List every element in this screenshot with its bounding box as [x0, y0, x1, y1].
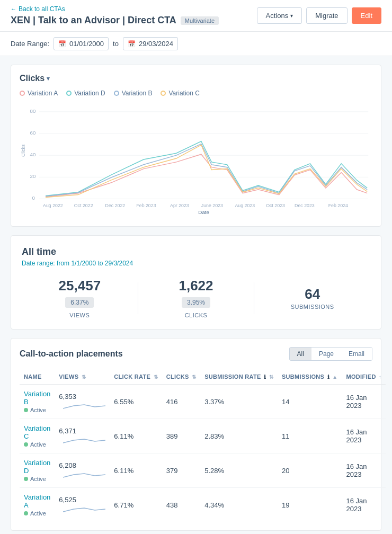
svg-text:Apr 2023: Apr 2023	[170, 203, 189, 208]
date-to-input[interactable]: 📅 29/03/2024	[123, 37, 178, 50]
svg-text:Aug 2023: Aug 2023	[235, 203, 255, 208]
legend-label-c: Variation C	[168, 90, 199, 97]
calendar-icon-from: 📅	[58, 40, 66, 48]
legend-dot-a	[20, 91, 25, 96]
back-link[interactable]: Back to all CTAs	[11, 5, 219, 13]
date-range-bar: Date Range: 📅 01/01/2000 to 📅 29/03/2024	[0, 32, 392, 56]
svg-text:80: 80	[30, 108, 36, 114]
col-submission-rate[interactable]: SUBMISSION RATE ℹ ⇅	[200, 369, 278, 385]
chart-section: Clicks Variation A Variation D Variation…	[11, 65, 381, 227]
chart-legend: Variation A Variation D Variation B Vari…	[20, 90, 372, 97]
cell-submissions: 11	[278, 419, 342, 453]
placements-title: Call-to-action placements	[20, 349, 123, 359]
date-from-input[interactable]: 📅 01/01/2000	[54, 37, 109, 50]
cell-name: Variation D Active	[20, 453, 55, 488]
legend-label-d: Variation D	[74, 90, 105, 97]
stat-clicks: 1,622 3.95% CLICKS	[138, 278, 254, 318]
stats-title: All time	[22, 246, 370, 257]
placements-section: Call-to-action placements All Page Email…	[11, 338, 381, 531]
tab-group: All Page Email	[289, 347, 372, 361]
col-submissions[interactable]: SUBMISSIONS ℹ ▲	[278, 369, 342, 385]
multivariate-badge: Multivariate	[181, 16, 219, 25]
cell-name: Variation C Active	[20, 419, 55, 453]
stats-subtitle: Date range: from 1/1/2000 to 29/3/2024	[22, 260, 370, 267]
col-clicks[interactable]: CLICKS ⇅	[162, 369, 200, 385]
date-from-value: 01/01/2000	[69, 40, 104, 48]
col-views[interactable]: VIEWS ⇅	[55, 369, 110, 385]
cell-modified: 16 Jan 2023	[342, 385, 386, 419]
sparkline	[63, 504, 105, 514]
chart-container: 80 60 40 20 0 Aug 2	[20, 101, 372, 218]
cell-submissions: 14	[278, 385, 342, 419]
sparkline	[63, 400, 105, 411]
svg-text:40: 40	[30, 152, 36, 157]
cell-submissions: 19	[278, 488, 342, 522]
col-modified[interactable]: MODIFIED ↑	[342, 369, 386, 385]
cell-modified: 16 Jan 2023	[342, 419, 386, 453]
col-click-rate[interactable]: CLICK RATE ⇅	[110, 369, 162, 385]
svg-text:Oct 2023: Oct 2023	[266, 203, 285, 208]
cell-views: 6,525	[55, 488, 110, 522]
stats-row: 25,457 6.37% VIEWS 1,622 3.95% CLICKS 64…	[22, 278, 370, 318]
table-row: Variation D Active 6,208 6.11% 379 5.28%…	[20, 453, 386, 488]
actions-button[interactable]: Actions	[257, 7, 302, 24]
migrate-button[interactable]: Migrate	[306, 7, 347, 24]
views-label: VIEWS	[22, 312, 138, 318]
cell-views: 6,371	[55, 419, 110, 453]
cell-name: Variation B Active	[20, 385, 55, 419]
cell-submission-rate: 3.37%	[200, 385, 278, 419]
cell-click-rate: 6.11%	[110, 453, 162, 488]
placements-header: Call-to-action placements All Page Email	[20, 347, 372, 361]
table-header-row: NAME VIEWS ⇅ CLICK RATE ⇅ CLICKS ⇅ SUBMI…	[20, 369, 386, 385]
top-actions: Actions Migrate Edit	[257, 7, 381, 24]
date-range-label: Date Range:	[11, 40, 49, 48]
tab-email[interactable]: Email	[341, 348, 372, 360]
submissions-label: SUBMISSIONS	[254, 304, 370, 310]
date-to-label: to	[113, 40, 119, 48]
title-text: XEN | Talk to an Advisor | Direct CTA	[11, 15, 176, 26]
svg-text:Feb 2024: Feb 2024	[328, 203, 348, 208]
svg-text:0: 0	[32, 195, 35, 201]
chart-title[interactable]: Clicks	[20, 74, 372, 83]
svg-text:20: 20	[30, 173, 36, 179]
cell-click-rate: 6.71%	[110, 488, 162, 522]
legend-item-variation-b: Variation B	[114, 90, 153, 97]
submissions-value: 64	[254, 286, 370, 302]
sparkline	[63, 469, 105, 480]
stat-views: 25,457 6.37% VIEWS	[22, 278, 138, 318]
svg-text:Dec 2022: Dec 2022	[105, 203, 126, 208]
edit-button[interactable]: Edit	[352, 7, 381, 24]
legend-dot-c	[161, 91, 166, 96]
tab-all[interactable]: All	[290, 348, 311, 360]
svg-text:Clicks: Clicks	[21, 144, 26, 157]
tab-page[interactable]: Page	[311, 348, 341, 360]
svg-text:Aug 2022: Aug 2022	[43, 203, 63, 208]
legend-item-variation-c: Variation C	[161, 90, 199, 97]
cell-submission-rate: 5.28%	[200, 453, 278, 488]
clicks-label: CLICKS	[138, 312, 254, 318]
legend-label-a: Variation A	[28, 90, 58, 97]
date-to-value: 29/03/2024	[139, 40, 173, 48]
svg-text:Date: Date	[198, 209, 209, 215]
top-bar: Back to all CTAs XEN | Talk to an Adviso…	[0, 0, 392, 32]
svg-text:June 2023: June 2023	[201, 203, 223, 208]
placements-tbody: Variation B Active 6,353 6.55% 416 3.37%…	[20, 385, 386, 522]
placements-table: NAME VIEWS ⇅ CLICK RATE ⇅ CLICKS ⇅ SUBMI…	[20, 369, 386, 522]
cell-submissions: 20	[278, 453, 342, 488]
legend-dot-d	[66, 91, 72, 96]
cell-modified: 16 Jan 2023	[342, 488, 386, 522]
views-value: 25,457	[22, 278, 138, 294]
sparkline	[63, 435, 105, 446]
legend-item-variation-d: Variation D	[66, 90, 105, 97]
cell-click-rate: 6.55%	[110, 385, 162, 419]
cell-click-rate: 6.11%	[110, 419, 162, 453]
cell-modified: 16 Jan 2023	[342, 453, 386, 488]
calendar-icon-to: 📅	[128, 40, 136, 48]
legend-dot-b	[114, 91, 119, 96]
legend-label-b: Variation B	[122, 90, 153, 97]
table-row: Variation B Active 6,353 6.55% 416 3.37%…	[20, 385, 386, 419]
cell-submission-rate: 2.83%	[200, 419, 278, 453]
cell-clicks: 389	[162, 419, 200, 453]
svg-text:Oct 2022: Oct 2022	[74, 203, 93, 208]
cell-submission-rate: 4.34%	[200, 488, 278, 522]
